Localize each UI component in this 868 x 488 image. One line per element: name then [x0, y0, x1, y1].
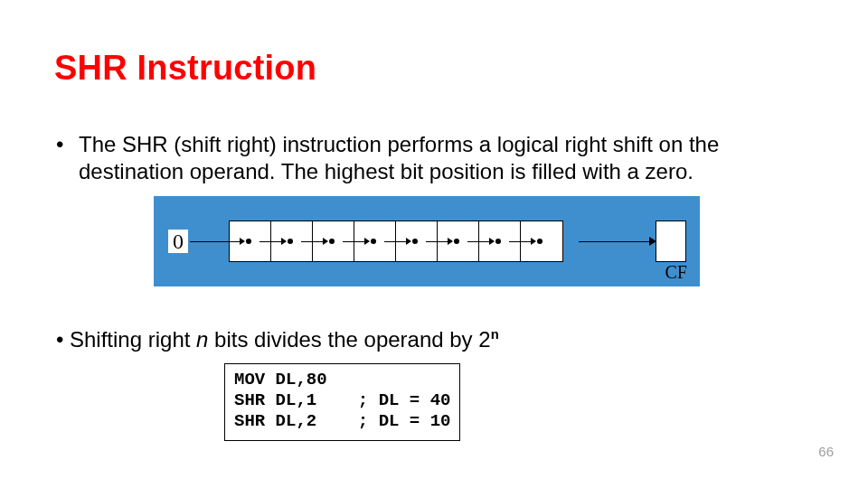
- bullet-divide-prefix: Shifting right: [70, 327, 196, 352]
- arrow-head-icon: [448, 238, 453, 245]
- code-line-2: SHR DL,1 ; DL = 40: [234, 390, 450, 410]
- bullet-divide-exp: n: [491, 328, 499, 343]
- carry-arrow-line-icon: [579, 241, 656, 242]
- bullet-dot-icon: •: [56, 327, 63, 352]
- arrow-head-icon: [364, 238, 370, 245]
- dot-icon: [329, 239, 335, 244]
- code-line-3: SHR DL,2 ; DL = 10: [234, 411, 450, 431]
- dot-icon: [288, 239, 293, 244]
- carry-flag-box: [656, 221, 685, 261]
- slide: SHR Instruction • The SHR (shift right) …: [0, 0, 868, 488]
- bit-cell: [521, 221, 562, 261]
- bullet-description: • The SHR (shift right) instruction perf…: [70, 131, 805, 185]
- arrow-head-icon: [489, 238, 495, 245]
- code-example: MOV DL,80 SHR DL,1 ; DL = 40 SHR DL,2 ; …: [224, 363, 460, 441]
- arrow-head-icon: [323, 238, 328, 245]
- dot-icon: [246, 239, 251, 244]
- arrow-head-icon: [406, 238, 411, 245]
- code-line-1: MOV DL,80: [234, 370, 327, 389]
- bullet-divide: • Shifting right n bits divides the oper…: [70, 327, 499, 352]
- bullet-divide-n: n: [196, 327, 208, 352]
- carry-arrow-head-icon: [649, 237, 656, 246]
- slide-title: SHR Instruction: [54, 49, 316, 88]
- bit-row: [230, 221, 562, 261]
- bullet-dot-icon: •: [56, 131, 63, 158]
- arrow-head-icon: [531, 238, 536, 245]
- dot-icon: [495, 239, 501, 244]
- cf-label: CF: [665, 262, 687, 283]
- arrow-head-icon: [240, 238, 245, 245]
- dot-icon: [371, 239, 376, 244]
- dot-icon: [412, 239, 418, 244]
- page-number: 66: [818, 444, 834, 459]
- arrow-head-icon: [281, 238, 287, 245]
- bullet-description-text: The SHR (shift right) instruction perfor…: [70, 131, 805, 185]
- dot-icon: [454, 239, 459, 244]
- shr-diagram: 0 CF: [154, 196, 700, 286]
- zero-input-box: 0: [168, 230, 188, 253]
- dot-icon: [537, 239, 542, 244]
- bullet-divide-mid: bits divides the operand by 2: [208, 327, 490, 352]
